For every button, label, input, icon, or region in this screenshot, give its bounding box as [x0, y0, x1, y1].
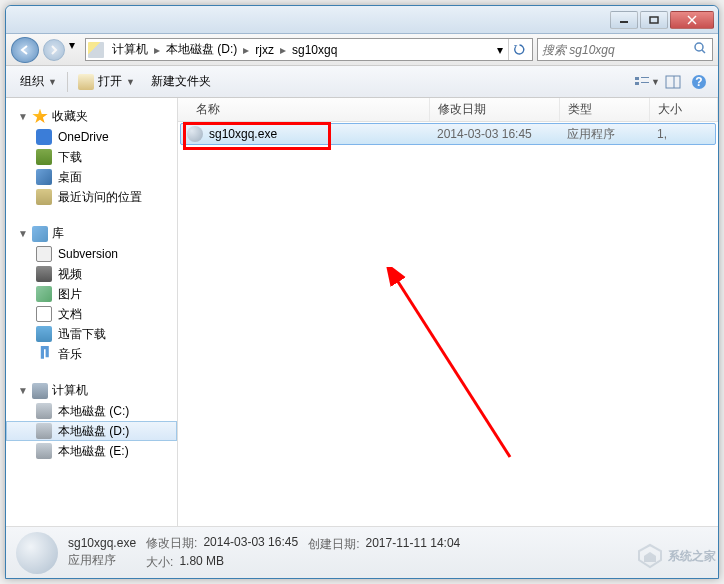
help-button[interactable]: ? [686, 71, 712, 93]
sidebar-item-label: 本地磁盘 (C:) [58, 403, 129, 420]
favorites-group[interactable]: ▼收藏夹 [6, 106, 177, 127]
sidebar-item-label: 桌面 [58, 169, 82, 186]
sidebar-item-pictures[interactable]: 图片 [6, 284, 177, 304]
music-icon [36, 346, 52, 362]
xunlei-icon [36, 326, 52, 342]
column-header-date[interactable]: 修改日期 [430, 98, 560, 121]
computer-label: 计算机 [52, 382, 88, 399]
breadcrumb-segment[interactable]: 计算机 [108, 39, 152, 60]
breadcrumb-segment[interactable]: 本地磁盘 (D:) [162, 39, 241, 60]
file-name: sg10xgq.exe [209, 127, 277, 141]
sidebar-item-xunlei[interactable]: 迅雷下载 [6, 324, 177, 344]
back-button[interactable] [11, 37, 39, 63]
file-list[interactable]: sg10xgq.exe 2014-03-03 16:45 应用程序 1, [178, 122, 718, 526]
svg-line-14 [395, 277, 510, 457]
address-bar[interactable]: 计算机▸ 本地磁盘 (D:)▸ rjxz▸ sg10xgq ▾ [85, 38, 533, 61]
sidebar-item-drive-d[interactable]: 本地磁盘 (D:) [6, 421, 177, 441]
forward-button[interactable] [43, 39, 65, 61]
breadcrumb-segment[interactable]: sg10xgq [288, 39, 341, 60]
libraries-group[interactable]: ▼库 [6, 223, 177, 244]
libraries-icon [32, 226, 48, 242]
downloads-icon [36, 149, 52, 165]
exe-icon [187, 126, 203, 142]
navigation-pane[interactable]: ▼收藏夹 OneDrive 下载 桌面 最近访问的位置 ▼库 Subversio… [6, 98, 178, 526]
organize-label: 组织 [20, 73, 44, 90]
navbar: ▾ 计算机▸ 本地磁盘 (D:)▸ rjxz▸ sg10xgq ▾ [6, 34, 718, 66]
breadcrumb-segment[interactable]: rjxz [251, 39, 278, 60]
column-header-type[interactable]: 类型 [560, 98, 650, 121]
folder-icon [88, 42, 104, 58]
annotation-arrow [380, 267, 540, 487]
close-button[interactable] [670, 11, 714, 29]
breadcrumb-separator[interactable]: ▸ [278, 43, 288, 57]
breadcrumb-separator[interactable]: ▸ [152, 43, 162, 57]
file-row[interactable]: sg10xgq.exe 2014-03-03 16:45 应用程序 1, [180, 123, 716, 145]
search-box[interactable] [537, 38, 713, 61]
status-created-label: 创建日期: [308, 536, 359, 553]
svg-rect-9 [641, 82, 649, 83]
view-options-button[interactable]: ▼ [634, 71, 660, 93]
address-dropdown[interactable]: ▾ [492, 39, 508, 60]
favorites-label: 收藏夹 [52, 108, 88, 125]
status-created-value: 2017-11-11 14:04 [366, 536, 461, 553]
svg-text:?: ? [695, 75, 702, 89]
column-headers: 名称 修改日期 类型 大小 [178, 98, 718, 122]
computer-group[interactable]: ▼计算机 [6, 380, 177, 401]
status-size-label: 大小: [146, 554, 173, 571]
open-label: 打开 [98, 73, 122, 90]
sidebar-item-recent[interactable]: 最近访问的位置 [6, 187, 177, 207]
sidebar-item-subversion[interactable]: Subversion [6, 244, 177, 264]
search-input[interactable] [542, 43, 693, 57]
recent-icon [36, 189, 52, 205]
status-modified-label: 修改日期: [146, 535, 197, 552]
drive-icon [36, 403, 52, 419]
sidebar-item-desktop[interactable]: 桌面 [6, 167, 177, 187]
toolbar: 组织▼ 打开▼ 新建文件夹 ▼ ? [6, 66, 718, 98]
desktop-icon [36, 169, 52, 185]
minimize-button[interactable] [610, 11, 638, 29]
open-button[interactable]: 打开▼ [70, 70, 143, 93]
search-icon[interactable] [693, 41, 708, 58]
body-area: ▼收藏夹 OneDrive 下载 桌面 最近访问的位置 ▼库 Subversio… [6, 98, 718, 526]
subversion-icon [36, 246, 52, 262]
preview-pane-button[interactable] [660, 71, 686, 93]
breadcrumb-separator[interactable]: ▸ [241, 43, 251, 57]
column-header-size[interactable]: 大小 [650, 98, 718, 121]
titlebar[interactable] [6, 6, 718, 34]
file-type: 应用程序 [561, 126, 651, 143]
sidebar-item-label: 音乐 [58, 346, 82, 363]
sidebar-item-drive-c[interactable]: 本地磁盘 (C:) [6, 401, 177, 421]
file-size: 1, [651, 127, 667, 141]
svg-point-4 [695, 43, 703, 51]
file-list-pane: 名称 修改日期 类型 大小 sg10xgq.exe 2014-03-03 16:… [178, 98, 718, 526]
new-folder-button[interactable]: 新建文件夹 [143, 70, 219, 93]
video-icon [36, 266, 52, 282]
status-size-value: 1.80 MB [179, 554, 224, 571]
svg-rect-6 [635, 77, 639, 80]
history-dropdown[interactable]: ▾ [69, 38, 81, 62]
favorites-icon [32, 109, 48, 125]
sidebar-item-videos[interactable]: 视频 [6, 264, 177, 284]
svg-rect-7 [641, 77, 649, 78]
sidebar-item-documents[interactable]: 文档 [6, 304, 177, 324]
libraries-label: 库 [52, 225, 64, 242]
maximize-button[interactable] [640, 11, 668, 29]
sidebar-item-label: 迅雷下载 [58, 326, 106, 343]
svg-rect-8 [635, 82, 639, 85]
sidebar-item-onedrive[interactable]: OneDrive [6, 127, 177, 147]
sidebar-item-downloads[interactable]: 下载 [6, 147, 177, 167]
sidebar-item-label: 本地磁盘 (E:) [58, 443, 129, 460]
open-icon [78, 74, 94, 90]
sidebar-item-label: 图片 [58, 286, 82, 303]
sidebar-item-label: 视频 [58, 266, 82, 283]
sidebar-item-label: 本地磁盘 (D:) [58, 423, 129, 440]
svg-rect-10 [666, 76, 680, 88]
refresh-button[interactable] [508, 39, 530, 60]
drive-icon [36, 443, 52, 459]
sidebar-item-music[interactable]: 音乐 [6, 344, 177, 364]
organize-menu[interactable]: 组织▼ [12, 70, 65, 93]
sidebar-item-label: 最近访问的位置 [58, 189, 142, 206]
sidebar-item-drive-e[interactable]: 本地磁盘 (E:) [6, 441, 177, 461]
column-header-name[interactable]: 名称 [178, 98, 430, 121]
sidebar-item-label: 文档 [58, 306, 82, 323]
